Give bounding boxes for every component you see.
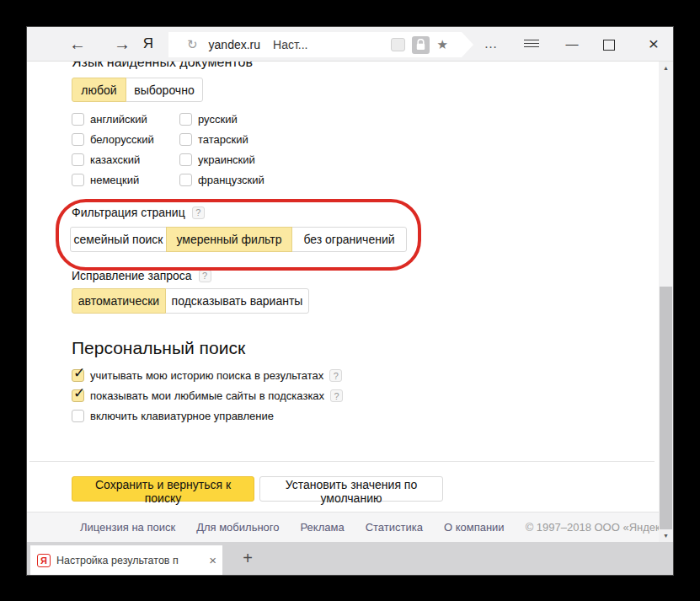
segment-any-language[interactable]: любой [72,78,126,102]
tab-bar: Я Настройка результатов п × + [27,542,673,575]
checkbox-label: включить клавиатурное управление [90,410,274,422]
checkbox-label: учитывать мою историю поиска в результат… [90,369,323,382]
checkbox-label: французский [198,174,265,186]
check-icon: ✓ [73,364,85,382]
address-bar[interactable]: ↻ yandex.ru Наст... ★ [168,32,473,57]
footer-link-about[interactable]: О компании [444,521,505,534]
tab-title: Настройка результатов п [56,555,206,566]
scrollbar-down-icon[interactable]: ▼ [659,533,673,539]
reset-defaults-button[interactable]: Установить значения по умолчанию [259,476,443,502]
segment-moderate-filter[interactable]: умеренный фильтр [166,227,292,252]
checkbox-checked[interactable]: ✓ [72,389,84,402]
browser-toolbar: ← → Я ↻ yandex.ru Наст... ★ … — × [27,27,673,62]
search-settings-page: Язык найденных документов любой выборочн… [27,62,659,542]
help-icon[interactable]: ? [329,369,342,382]
language-checkbox-ukrainian[interactable]: украинский [179,153,255,167]
checkbox-label: белорусский [90,133,154,146]
help-icon[interactable]: ? [199,270,211,282]
filtering-section-title-row: Фильтрация страниц ? [72,206,205,219]
query-correction-control: автоматически подсказывать варианты [72,288,309,314]
section-divider [29,461,655,462]
save-button[interactable]: Сохранить и вернуться к поиску [72,476,254,502]
checkbox-checked[interactable]: ✓ [72,369,84,382]
correction-section-title-row: Исправление запроса ? [72,269,211,282]
checkbox-label: казахский [90,153,140,166]
more-icon[interactable]: … [480,27,502,61]
checkbox-label: татарский [198,133,248,146]
checkbox[interactable] [179,113,192,126]
scrollbar-up-icon[interactable]: ▲ [659,65,673,71]
personal-checkbox-history[interactable]: ✓ учитывать мою историю поиска в результ… [72,368,342,383]
scrollbar-thumb[interactable] [660,287,672,529]
personal-search-title: Персональный поиск [72,338,245,358]
check-icon: ✓ [73,384,85,402]
page-filter-control: семейный поиск умеренный фильтр без огра… [70,227,407,252]
segment-automatically[interactable]: автоматически [72,288,166,314]
menu-icon[interactable] [524,40,539,49]
checkbox[interactable] [72,174,84,186]
maximize-icon[interactable] [603,40,615,51]
checkbox[interactable] [72,133,84,146]
language-checkbox-english[interactable]: английский [72,112,147,126]
checkbox[interactable] [72,153,84,166]
refresh-icon[interactable]: ↻ [187,37,198,52]
language-checkbox-german[interactable]: немецкий [72,173,139,187]
language-checkbox-kazakh[interactable]: казахский [72,153,140,167]
language-mode-control: любой выборочно [72,78,203,102]
filtering-section-title: Фильтрация страниц [72,206,185,219]
back-icon[interactable]: ← [64,27,91,61]
new-tab-button[interactable]: + [238,542,258,575]
footer-link-advertising[interactable]: Реклама [301,521,345,534]
copyright-text: © 1997–2018 ООО «Яндекс» [526,521,659,534]
checkbox-label: украинский [198,153,255,166]
checkbox-label: русский [198,113,238,126]
segment-suggest-variants[interactable]: подсказывать варианты [165,288,309,314]
close-icon[interactable]: × [642,27,665,61]
footer-link-mobile[interactable]: Для мобильного [196,521,279,534]
yandex-logo[interactable]: Я [140,27,157,61]
segment-no-restrictions[interactable]: без ограничений [291,227,407,252]
language-checkbox-russian[interactable]: русский [179,112,238,126]
personal-checkbox-keyboard[interactable]: включить клавиатурное управление [72,409,274,423]
page-footer: Лицензия на поиск Для мобильного Реклама… [27,512,659,542]
url-host: yandex.ru [209,38,260,51]
lock-icon[interactable] [412,36,430,54]
footer-link-statistics[interactable]: Статистика [366,521,423,534]
language-checkbox-tatar[interactable]: татарский [179,132,248,147]
forward-icon[interactable]: → [109,27,136,61]
language-checkbox-belarusian[interactable]: белорусский [72,132,154,147]
url-page-title: Наст... [273,38,307,51]
help-icon[interactable]: ? [192,207,205,219]
lock-glyph [416,39,425,51]
checkbox[interactable] [72,113,84,126]
segment-family-search[interactable]: семейный поиск [70,227,167,252]
checkbox[interactable] [179,174,192,186]
checkbox-label: показывать мои любимые сайты в подсказка… [90,389,324,402]
segment-selective-language[interactable]: выборочно [126,78,203,102]
browser-window: ← → Я ↻ yandex.ru Наст... ★ … — × [27,27,673,575]
correction-section-title: Исправление запроса [72,269,192,282]
tab-close-icon[interactable]: × [209,553,216,567]
scrollbar[interactable]: ▲ ▼ [659,62,673,542]
checkbox[interactable] [179,153,192,166]
checkbox-label: немецкий [90,174,139,186]
minimize-icon[interactable]: — [561,27,583,61]
checkbox[interactable] [72,410,84,422]
tab-favicon: Я [37,554,51,567]
checkbox[interactable] [179,133,192,146]
tab-settings[interactable]: Я Настройка результатов п × [30,545,222,575]
personal-checkbox-favorite-sites[interactable]: ✓ показывать мои любимые сайты в подсказ… [72,389,343,403]
page-viewport: Язык найденных документов любой выборочн… [27,62,673,542]
help-icon[interactable]: ? [330,389,343,402]
language-checkbox-french[interactable]: французский [179,173,265,187]
screenshot-frame: ← → Я ↻ yandex.ru Наст... ★ … — × [0,0,700,601]
bookmark-star-icon[interactable]: ★ [437,32,448,57]
translate-icon[interactable] [391,38,405,51]
language-section-title: Язык найденных документов [72,62,253,70]
footer-link-license[interactable]: Лицензия на поиск [80,521,175,534]
checkbox-label: английский [90,113,147,126]
